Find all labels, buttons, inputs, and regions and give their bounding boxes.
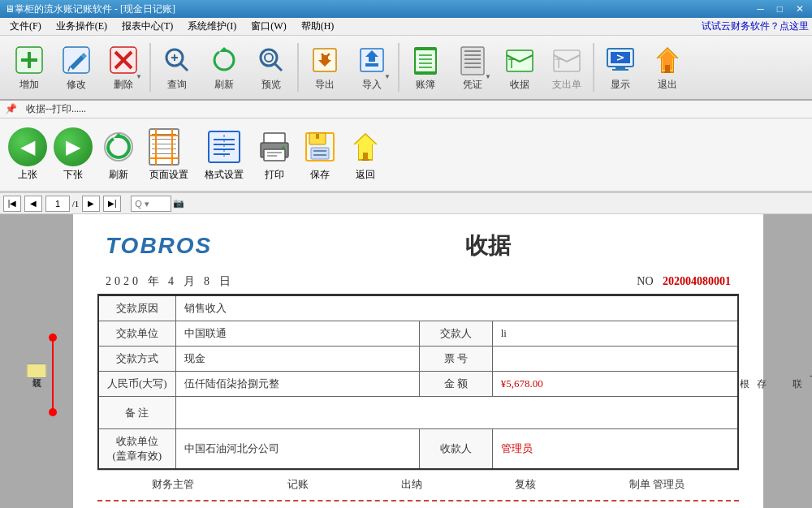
separator-4 [593, 43, 594, 92]
page-current-input[interactable] [45, 196, 70, 212]
print-button[interactable]: 打印 [253, 123, 296, 187]
svg-rect-30 [464, 62, 481, 64]
edit-button[interactable]: 修改 [54, 39, 99, 96]
minimize-btn[interactable]: ─ [754, 3, 767, 15]
ledger-label: 账簿 [416, 78, 435, 92]
import-button[interactable]: 导入 ▼ [349, 39, 395, 96]
binding-marker-bottom [49, 408, 57, 416]
ledger-button[interactable]: 账簿 [403, 39, 448, 96]
print-refresh-label: 刷新 [109, 168, 128, 182]
voucher-button[interactable]: 凭证 ▼ [450, 39, 495, 96]
pay-label: 支出单 [552, 78, 581, 92]
bottom-dashed-line [97, 500, 739, 502]
menu-item-system[interactable]: 系统维护(I) [181, 18, 243, 35]
print-refresh-button[interactable]: 刷新 [97, 123, 140, 187]
svg-rect-76 [316, 134, 319, 139]
footer-maker: 制单 管理员 [629, 477, 685, 492]
svg-marker-12 [219, 47, 229, 52]
receive-button[interactable]: 收据 [497, 39, 542, 96]
footer-finance: 财务主管 [152, 477, 194, 492]
rmb-words-value: 伍仟陆佰柒拾捌元整 [175, 372, 419, 397]
receiver-unit-label: 收款单位 (盖章有效) [98, 429, 175, 470]
pay-button[interactable]: 支出单 [544, 39, 590, 96]
separator-3 [398, 43, 400, 92]
page-setup-button[interactable]: 页面设置 [143, 123, 195, 187]
receipt-title: 收据 [244, 230, 731, 261]
query-button[interactable]: 查询 [154, 39, 200, 96]
add-label: 增加 [19, 78, 39, 92]
exit-button[interactable]: 退出 [645, 39, 690, 96]
delete-label: 删除 [114, 78, 133, 92]
next-page-button[interactable]: ▶ 下张 [52, 123, 94, 187]
footer-cashier: 出纳 [401, 477, 422, 492]
receiver-unit-value: 中国石油河北分公司 [175, 429, 419, 470]
app-title: 掌柜的流水账记账软件 - [现金日记账] [15, 2, 175, 16]
prev-page-button[interactable]: ◀ 上张 [6, 123, 49, 187]
cloud-promo[interactable]: 试试云财务软件？点这里 [702, 19, 809, 33]
print-toolbar: ◀ 上张 ▶ 下张 刷新 [0, 118, 812, 192]
binding-label: 装订线 [27, 364, 47, 378]
table-row-reason: 交款原因 销售收入 [98, 295, 738, 321]
left-margin: 装订线 [0, 214, 73, 508]
return-button[interactable]: 返回 [344, 123, 387, 187]
remark-label: 备 注 [98, 397, 175, 429]
svg-line-14 [274, 63, 282, 71]
next-nav-btn[interactable]: ▶ [82, 196, 100, 212]
first-page-btn[interactable]: |◀ [3, 196, 21, 212]
receipt-header: TOBROS 收据 [97, 230, 739, 261]
receipt-no-area: NO 202004080001 [637, 275, 731, 288]
ticket-value [492, 347, 738, 372]
footer-bookkeeping: 记账 [287, 477, 309, 492]
svg-rect-41 [611, 52, 630, 63]
menu-item-help[interactable]: 帮助(H) [295, 18, 341, 35]
menu-item-file[interactable]: 文件(F) [3, 18, 48, 35]
receipt-table: 交款原因 销售收入 交款单位 中国联通 交款人 li 交款方式 现金 票 号 [97, 295, 739, 470]
svg-rect-19 [365, 63, 378, 67]
query-label: 查询 [167, 78, 187, 92]
maximize-btn[interactable]: □ [774, 3, 786, 15]
last-page-btn[interactable]: ▶| [103, 196, 121, 212]
menu-item-window[interactable]: 窗口(W) [244, 18, 292, 35]
display-button[interactable]: 显示 [598, 39, 643, 96]
table-row-amount-words: 人民币(大写) 伍仟陆佰柒拾捌元整 金 额 ¥5,678.00 [98, 372, 738, 397]
unit-value: 中国联通 [175, 321, 419, 347]
no-label: NO [637, 275, 653, 287]
receive-label: 收据 [510, 78, 529, 92]
menu-bar: 文件(F) 业务操作(E) 报表中心(T) 系统维护(I) 窗口(W) 帮助(H… [0, 18, 812, 36]
table-row-remark: 备 注 [98, 397, 738, 429]
svg-rect-77 [313, 150, 326, 152]
main-area: 装订线 TOBROS 收据 2020 年 4 月 8 日 NO 20200408… [0, 214, 812, 508]
format-label: 格式设置 [205, 168, 244, 182]
nav-bar: |◀ ◀ /1 ▶ ▶| 📷 [0, 193, 812, 214]
page-content: TOBROS 收据 2020 年 4 月 8 日 NO 202004080001… [73, 214, 763, 508]
delete-dropdown-arrow: ▼ [136, 73, 142, 80]
refresh-button[interactable]: 刷新 [201, 39, 247, 96]
export-label: 导出 [315, 78, 335, 92]
unit-label: 交款单位 [98, 321, 175, 347]
menu-item-operations[interactable]: 业务操作(E) [50, 18, 114, 35]
format-button[interactable]: 格式设置 [198, 123, 250, 187]
delete-button[interactable]: 删除 ▼ [101, 39, 146, 96]
camera-icon: 📷 [173, 198, 184, 209]
amount-label-cell: 金 额 [419, 372, 492, 397]
payer-label: 交款人 [419, 321, 492, 347]
prev-icon: ◀ [8, 127, 47, 166]
add-button[interactable]: 增加 [6, 39, 52, 96]
preview-button[interactable]: 预览 [248, 39, 294, 96]
svg-rect-28 [464, 54, 481, 56]
menu-item-reports[interactable]: 报表中心(T) [115, 18, 179, 35]
save-button[interactable]: 保存 [299, 123, 341, 187]
receiver-person-label: 收款人 [419, 429, 492, 470]
close-btn[interactable]: ✕ [793, 3, 807, 15]
receipt-date-line: 2020 年 4 月 8 日 NO 202004080001 [97, 269, 739, 295]
no-value: 202004080001 [663, 275, 731, 287]
svg-line-9 [180, 63, 188, 71]
search-input[interactable] [131, 196, 171, 212]
amount-value: ¥5,678.00 [492, 372, 738, 397]
receipt-footer: 财务主管 记账 出纳 复核 制单 管理员 [97, 470, 739, 492]
logo: TOBROS [106, 233, 212, 259]
binding-line [52, 334, 54, 409]
export-button[interactable]: ✕ 导出 [302, 39, 348, 96]
method-value: 现金 [175, 347, 419, 372]
prev-nav-btn[interactable]: ◀ [24, 196, 42, 212]
